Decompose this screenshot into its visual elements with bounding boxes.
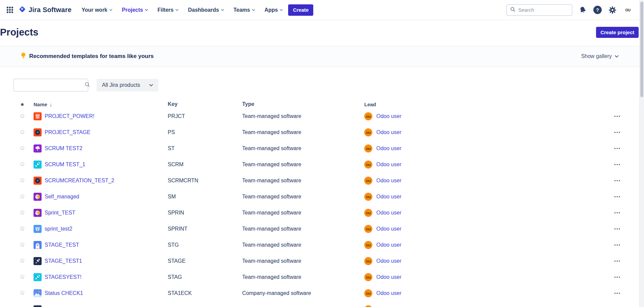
more-actions-icon[interactable] (612, 114, 622, 119)
lead-link[interactable]: Odoo user (376, 162, 401, 168)
star-icon[interactable] (19, 145, 25, 152)
star-column-header[interactable] (13, 102, 28, 107)
nav-item-dashboards[interactable]: Dashboards (188, 7, 224, 13)
more-actions-icon[interactable] (612, 227, 622, 231)
lead-link[interactable]: Odoo user (376, 274, 401, 280)
product-filter-select[interactable]: All Jira products (97, 79, 158, 91)
more-actions-icon[interactable] (612, 259, 622, 263)
column-header-type[interactable]: Type (242, 101, 364, 107)
lead-link[interactable]: Odoo user (376, 226, 401, 232)
project-name-link[interactable]: Self_managed (45, 194, 79, 200)
project-type: Team-managed software (242, 145, 364, 151)
lead-link[interactable]: Odoo user (376, 129, 401, 135)
nav-item-projects[interactable]: Projects (122, 7, 148, 13)
global-search-input[interactable] (518, 7, 569, 13)
create-project-button[interactable]: Create project (596, 27, 639, 38)
more-actions-icon[interactable] (612, 130, 622, 135)
lead-link[interactable]: Odoo user (376, 194, 401, 200)
help-icon[interactable]: ? (593, 6, 602, 14)
project-row-scrum-test2[interactable]: SCRUM TEST2STTeam-managed softwareOUOdoo… (13, 140, 624, 157)
project-row-stage-test[interactable]: STAGE_TESTSTGTeam-managed softwareOUOdoo… (13, 237, 624, 253)
more-actions-icon[interactable] (612, 243, 622, 247)
project-name-link[interactable]: PROJECT_STAGE (45, 129, 91, 135)
nav-item-filters[interactable]: Filters (157, 7, 178, 13)
star-icon[interactable] (19, 113, 25, 120)
partial-project-row[interactable]: OU (13, 301, 624, 307)
settings-gear-icon[interactable] (608, 6, 617, 14)
scrollbar-thumb[interactable] (640, 2, 643, 97)
star-icon[interactable] (19, 226, 25, 233)
lead-link[interactable]: Odoo user (376, 113, 401, 119)
project-name-link[interactable]: PROJECT_POWER! (45, 113, 94, 119)
more-actions-icon[interactable] (612, 178, 622, 183)
project-row-self-managed[interactable]: Self_managedSMTeam-managed softwareOUOdo… (13, 189, 624, 205)
column-header-name[interactable]: Name ↓ (28, 102, 168, 107)
lead-link[interactable]: Odoo user (376, 290, 401, 296)
project-name-link[interactable]: Sprint_TEST (45, 210, 75, 216)
nav-item-teams[interactable]: Teams (233, 7, 255, 13)
project-icon-vinyl-disc (34, 128, 42, 136)
star-icon[interactable] (19, 290, 25, 297)
project-row-scrum-test-1[interactable]: SCRUM TEST_1SCRMTeam-managed softwareOUO… (13, 157, 624, 173)
project-name-link[interactable]: STAGE_TEST (45, 242, 79, 248)
star-icon[interactable] (19, 177, 25, 184)
project-row-stagesyest[interactable]: STAGESYEST!STAGTeam-managed softwareOUOd… (13, 269, 624, 285)
create-button[interactable]: Create (288, 4, 313, 16)
column-header-lead[interactable]: Lead (364, 102, 604, 107)
nav-right: ? OU (506, 4, 633, 16)
project-name-link[interactable]: SCRUM TEST_1 (45, 162, 86, 168)
more-actions-icon[interactable] (612, 291, 622, 296)
project-row-project-power[interactable]: PROJECT_POWER!PRJCTTeam-managed software… (13, 108, 624, 124)
project-name-link[interactable]: STAGESYEST! (45, 274, 82, 280)
project-row-sprint-test2[interactable]: sprint_test2SPRINTTeam-managed softwareO… (13, 221, 624, 237)
more-actions-icon[interactable] (612, 146, 622, 151)
star-icon[interactable] (19, 242, 25, 249)
project-icon-parrot (34, 193, 42, 201)
table-header: Name ↓ Key Type Lead (13, 100, 624, 108)
project-row-status-check1[interactable]: Status CHECK1STA1ECKCompany-managed soft… (13, 285, 624, 301)
column-header-key[interactable]: Key (168, 101, 242, 107)
star-icon[interactable] (19, 193, 25, 200)
vertical-scrollbar[interactable] (639, 0, 644, 307)
star-icon[interactable] (19, 209, 25, 217)
project-row-project-stage[interactable]: PROJECT_STAGEPSTeam-managed softwareOUOd… (13, 124, 624, 140)
lead-avatar: OU (364, 144, 372, 152)
app-switcher-icon[interactable] (7, 7, 13, 13)
templates-banner: Recommended templates for teams like you… (0, 46, 644, 67)
more-actions-icon[interactable] (612, 162, 622, 167)
jira-logo[interactable]: Jira Software (18, 5, 71, 14)
show-gallery-button[interactable]: Show gallery (581, 53, 619, 59)
project-type: Team-managed software (242, 162, 364, 168)
lead-link[interactable]: Odoo user (376, 178, 401, 184)
star-icon[interactable] (19, 274, 25, 281)
user-avatar[interactable]: OU (623, 5, 633, 15)
project-name-link[interactable]: sprint_test2 (45, 226, 72, 232)
nav-item-apps[interactable]: Apps (264, 7, 283, 13)
project-key: SPRINT (168, 226, 242, 232)
project-name-link[interactable]: Status CHECK1 (45, 290, 83, 296)
lead-link[interactable]: Odoo user (376, 242, 401, 248)
lead-link[interactable]: Odoo user (376, 258, 401, 264)
project-row-scrumcreation-test-2[interactable]: SCRUMCREATION_TEST_2SCRMCRTNTeam-managed… (13, 173, 624, 189)
project-search-input[interactable] (18, 82, 85, 88)
project-row-stage-test1[interactable]: STAGE_TEST1STAGETeam-managed softwareOUO… (13, 253, 624, 269)
project-icon-rocket (34, 273, 42, 281)
project-name-link[interactable]: SCRUMCREATION_TEST_2 (45, 178, 114, 184)
star-icon[interactable] (19, 161, 25, 168)
global-search[interactable] (506, 4, 572, 16)
project-search-box[interactable] (13, 79, 88, 91)
nav-item-your-work[interactable]: Your work (82, 7, 112, 13)
star-icon[interactable] (19, 306, 25, 307)
lead-link[interactable]: Odoo user (376, 210, 401, 216)
more-actions-icon[interactable] (612, 194, 622, 199)
more-actions-icon[interactable] (612, 210, 622, 215)
lead-link[interactable]: Odoo user (376, 145, 401, 151)
project-name-link[interactable]: STAGE_TEST1 (45, 258, 82, 264)
star-icon[interactable] (19, 258, 25, 265)
star-icon[interactable] (19, 129, 25, 136)
notifications-bell-icon[interactable] (578, 5, 588, 15)
project-name-link[interactable]: SCRUM TEST2 (45, 145, 83, 151)
more-actions-icon[interactable] (612, 275, 622, 280)
project-row-sprint-test[interactable]: Sprint_TESTSPRINTeam-managed softwareOUO… (13, 205, 624, 221)
jira-logo-icon (18, 5, 26, 14)
